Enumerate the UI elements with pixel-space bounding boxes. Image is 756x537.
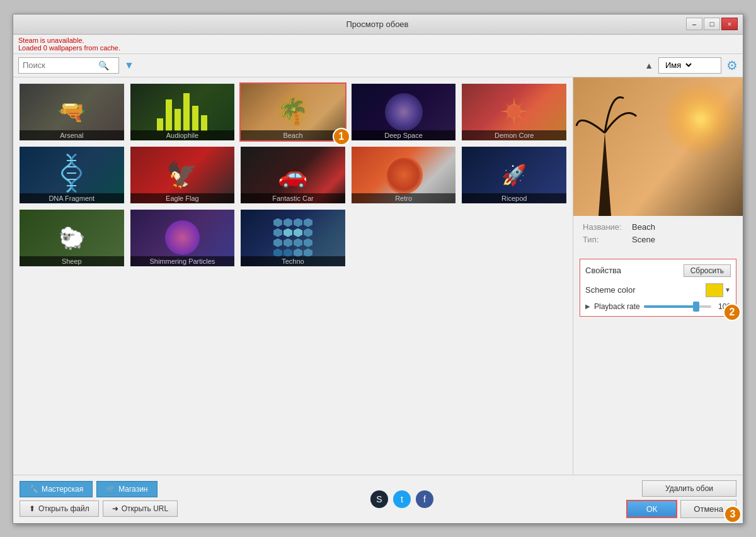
search-box[interactable]: 🔍 bbox=[18, 57, 119, 74]
wallpaper-item-deepspace[interactable]: Deep Space bbox=[350, 82, 457, 142]
sort-arrow-icon[interactable]: ▲ bbox=[644, 60, 653, 71]
twitter-icon[interactable]: t bbox=[393, 490, 411, 508]
wallpaper-item-sheep[interactable]: 🐑 Sheep bbox=[18, 208, 125, 268]
wallpaper-label-ricepod: Ricepod bbox=[462, 193, 566, 203]
title-bar: Просмотр обоев – □ × bbox=[13, 14, 743, 35]
wallpaper-label-dnafragment: DNA Fragment bbox=[20, 193, 124, 203]
slider-fill bbox=[644, 305, 694, 308]
search-input[interactable] bbox=[23, 60, 98, 70]
shop-button[interactable]: 🛒 Магазин bbox=[96, 481, 157, 497]
wallpaper-item-demoncore[interactable]: Demon Core bbox=[461, 82, 568, 142]
badge-1: 1 bbox=[333, 128, 350, 145]
wallpaper-label-shimmering: Shimmering Particles bbox=[130, 256, 235, 266]
wallpaper-item-retro[interactable]: Retro bbox=[350, 145, 457, 205]
wallpaper-item-shimmering[interactable]: Shimmering Particles bbox=[129, 208, 236, 268]
link-icon: ➜ bbox=[112, 504, 118, 513]
name-value: Beach bbox=[632, 222, 655, 232]
status-bar: Steam is unavailable. Loaded 0 wallpaper… bbox=[13, 35, 743, 54]
wallpaper-label-audiophile: Audiophile bbox=[130, 130, 235, 140]
demoncore-svg bbox=[497, 94, 532, 129]
wallpaper-item-eagleflag[interactable]: 🦅 Eagle Flag bbox=[129, 145, 236, 205]
ok-button[interactable]: ОК bbox=[626, 500, 678, 518]
particle-visual bbox=[165, 220, 200, 255]
wallpaper-label-beach: Beach bbox=[241, 130, 345, 140]
wallpaper-grid: 🔫 Arsenal bbox=[18, 82, 568, 268]
galaxy-visual bbox=[385, 93, 423, 131]
wallpaper-label-retro: Retro bbox=[352, 193, 456, 203]
upload-icon: ⬆ bbox=[29, 504, 35, 513]
wallpaper-grid-area: 🔫 Arsenal bbox=[13, 77, 573, 475]
color-box[interactable] bbox=[706, 283, 723, 297]
top-button-row: 🔧 Мастерская 🛒 Магазин bbox=[20, 481, 178, 497]
sort-select[interactable]: Имя Тип Дата bbox=[663, 60, 694, 71]
wallpaper-item-dnafragment[interactable]: DNA Fragment bbox=[18, 145, 125, 205]
sort-dropdown[interactable]: Имя Тип Дата bbox=[658, 57, 721, 74]
playback-label: Playback rate bbox=[594, 302, 640, 311]
color-arrow-icon[interactable]: ▼ bbox=[724, 286, 731, 293]
color-swatch[interactable]: ▼ bbox=[706, 283, 731, 297]
window-controls: – □ × bbox=[686, 18, 738, 30]
dna-svg bbox=[54, 151, 89, 198]
social-icons: S t f bbox=[370, 490, 433, 508]
delete-button[interactable]: Удалить обои bbox=[642, 480, 736, 497]
retro-visual bbox=[385, 156, 423, 194]
wallpaper-label-sheep: Sheep bbox=[20, 256, 124, 266]
type-value: Scene bbox=[632, 235, 655, 244]
preview-canvas bbox=[573, 77, 743, 216]
status-line1: Steam is unavailable. bbox=[18, 37, 738, 44]
scheme-color-label: Scheme color bbox=[585, 285, 635, 295]
workshop-button[interactable]: 🔧 Мастерская bbox=[20, 481, 93, 497]
close-button[interactable]: × bbox=[721, 18, 738, 30]
wallpaper-item-fantasticcar[interactable]: 🚗 Fantastic Car bbox=[239, 145, 346, 205]
badge-3: 3 bbox=[724, 506, 742, 523]
open-file-button[interactable]: ⬆ Открыть файл bbox=[20, 500, 99, 517]
info-row-type: Тип: Scene bbox=[583, 235, 733, 244]
right-panel: Название: Beach Тип: Scene Свойства Сбро… bbox=[573, 77, 743, 475]
status-line2: Loaded 0 wallpapers from cache. bbox=[18, 44, 738, 52]
scheme-color-row: Scheme color ▼ bbox=[585, 283, 731, 297]
palm-icon: 🌴 bbox=[277, 97, 309, 127]
main-window: Просмотр обоев – □ × Steam is unavailabl… bbox=[13, 14, 743, 524]
playback-row: ▶ Playback rate 100 bbox=[585, 302, 731, 311]
wallpaper-item-beach[interactable]: 🌴 Beach 1 bbox=[239, 82, 346, 142]
spaceship-icon: 🚀 bbox=[501, 163, 527, 187]
filter-icon[interactable]: ▼ bbox=[124, 60, 134, 71]
properties-box: Свойства Сбросить Scheme color ▼ ▶ Playb… bbox=[580, 259, 736, 317]
wallpaper-label-eagleflag: Eagle Flag bbox=[130, 193, 235, 203]
wallpaper-item-audiophile[interactable]: Audiophile bbox=[129, 82, 236, 142]
reset-button[interactable]: Сбросить bbox=[684, 264, 731, 277]
wallpaper-label-deepspace: Deep Space bbox=[352, 130, 456, 140]
type-label: Тип: bbox=[583, 235, 627, 244]
props-title: Свойства bbox=[585, 266, 621, 275]
preview-image bbox=[573, 77, 743, 216]
hex-grid-visual bbox=[273, 218, 312, 257]
facebook-icon[interactable]: f bbox=[416, 490, 433, 508]
restore-button[interactable]: □ bbox=[704, 18, 720, 30]
info-row-name: Название: Beach bbox=[583, 222, 733, 232]
wallpaper-label-techno: Techno bbox=[241, 256, 345, 266]
steam-icon[interactable]: S bbox=[370, 490, 388, 508]
toolbar: 🔍 ▼ ▲ Имя Тип Дата ⚙ bbox=[13, 54, 743, 77]
wallpaper-info: Название: Beach Тип: Scene bbox=[573, 216, 743, 254]
audiophile-bars bbox=[157, 93, 207, 131]
props-header: Свойства Сбросить bbox=[585, 264, 731, 277]
settings-gear-icon[interactable]: ⚙ bbox=[726, 58, 738, 73]
minimize-button[interactable]: – bbox=[686, 18, 702, 30]
wallpaper-item-ricepod[interactable]: 🚀 Ricepod bbox=[461, 145, 568, 205]
slider-thumb[interactable] bbox=[693, 302, 699, 312]
play-icon[interactable]: ▶ bbox=[585, 303, 590, 310]
bottom-right-buttons: Удалить обои ОК Отмена 3 bbox=[626, 480, 736, 518]
badge-2: 2 bbox=[723, 303, 741, 321]
open-url-button[interactable]: ➜ Открыть URL bbox=[103, 500, 178, 517]
action-row: ОК Отмена 3 bbox=[626, 500, 736, 518]
search-icon[interactable]: 🔍 bbox=[98, 60, 109, 71]
cart-icon: 🛒 bbox=[106, 485, 115, 494]
playback-slider-track[interactable] bbox=[644, 305, 711, 308]
window-title: Просмотр обоев bbox=[69, 20, 686, 29]
bottom-left-buttons: 🔧 Мастерская 🛒 Магазин ⬆ Открыть файл ➜ … bbox=[20, 481, 178, 517]
bottom-button-row: ⬆ Открыть файл ➜ Открыть URL bbox=[20, 500, 178, 517]
wallpaper-label-arsenal: Arsenal bbox=[20, 130, 124, 140]
wallpaper-item-techno[interactable]: Techno bbox=[239, 208, 346, 268]
main-content: 🔫 Arsenal bbox=[13, 77, 743, 475]
wallpaper-item-arsenal[interactable]: 🔫 Arsenal bbox=[18, 82, 125, 142]
